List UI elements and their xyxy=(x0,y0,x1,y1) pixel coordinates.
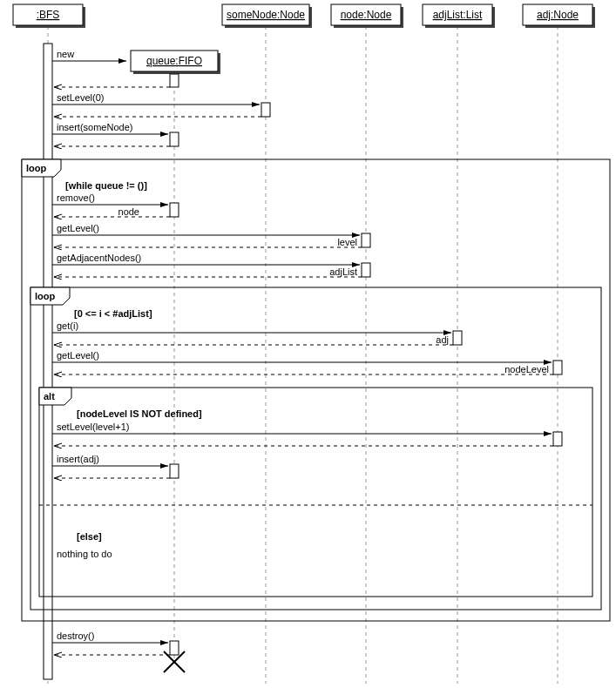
msg-destroy-label: destroy() xyxy=(57,631,94,641)
activation-queue-new xyxy=(170,74,179,87)
msg-new-label: new xyxy=(57,49,74,59)
participant-adj-label: adj:Node xyxy=(537,9,579,21)
return-geti-label: adj xyxy=(436,334,449,345)
sequence-diagram: :BFS someNode:Node node:Node adjList:Lis… xyxy=(0,0,616,688)
activation-setlevel-plus1 xyxy=(553,432,562,446)
activation-insert-adj xyxy=(170,464,179,478)
msg-remove-label: remove() xyxy=(57,192,95,203)
guard-notdefined: [nodeLevel IS NOT defined] xyxy=(77,408,202,419)
activation-remove xyxy=(170,203,179,217)
msg-nothing: nothing to do xyxy=(57,549,112,559)
frame-loop2 xyxy=(30,287,601,610)
msg-insert-somenode-label: insert(someNode) xyxy=(57,122,132,132)
activation-getadjacent xyxy=(362,263,370,277)
participant-somenode-label: someNode:Node xyxy=(227,9,305,21)
participant-queue-label: queue:FIFO xyxy=(146,55,202,67)
frame-alt xyxy=(39,388,592,597)
participant-bfs-label: :BFS xyxy=(37,9,60,21)
msg-getlevel-adj-label: getLevel() xyxy=(57,350,99,361)
activation-bfs xyxy=(44,44,52,679)
frame-loop1-label: loop xyxy=(26,163,46,173)
activation-geti xyxy=(453,331,462,345)
msg-getlevel-label: getLevel() xyxy=(57,223,99,233)
return-getadjacent-label: adjList xyxy=(329,266,357,277)
participant-node-label: node:Node xyxy=(341,9,392,21)
activation-destroy xyxy=(170,641,179,655)
guard-whilequeue: [while queue != ()] xyxy=(65,180,147,191)
frame-loop2-label: loop xyxy=(35,291,55,301)
msg-insert-adj-label: insert(adj) xyxy=(57,454,99,464)
frame-alt-label: alt xyxy=(44,391,55,401)
activation-getlevel-adj xyxy=(553,361,562,374)
msg-geti-label: get(i) xyxy=(57,320,78,331)
msg-setlevel0-label: setLevel(0) xyxy=(57,92,104,103)
msg-setlevel-plus1-label: setLevel(level+1) xyxy=(57,422,129,432)
guard-forloop: [0 <= i < #adjList] xyxy=(74,308,152,319)
guard-else: [else] xyxy=(77,531,102,542)
activation-getlevel xyxy=(362,233,370,247)
participant-adjlist-label: adjList:List xyxy=(433,9,483,21)
return-getlevel-adj-label: nodeLevel xyxy=(504,364,549,374)
activation-setlevel0 xyxy=(261,103,270,117)
return-remove-label: node xyxy=(118,206,139,217)
return-getlevel-label: level xyxy=(337,237,357,247)
activation-insert-somenode xyxy=(170,132,179,146)
msg-getadjacent-label: getAdjacentNodes() xyxy=(57,253,141,263)
